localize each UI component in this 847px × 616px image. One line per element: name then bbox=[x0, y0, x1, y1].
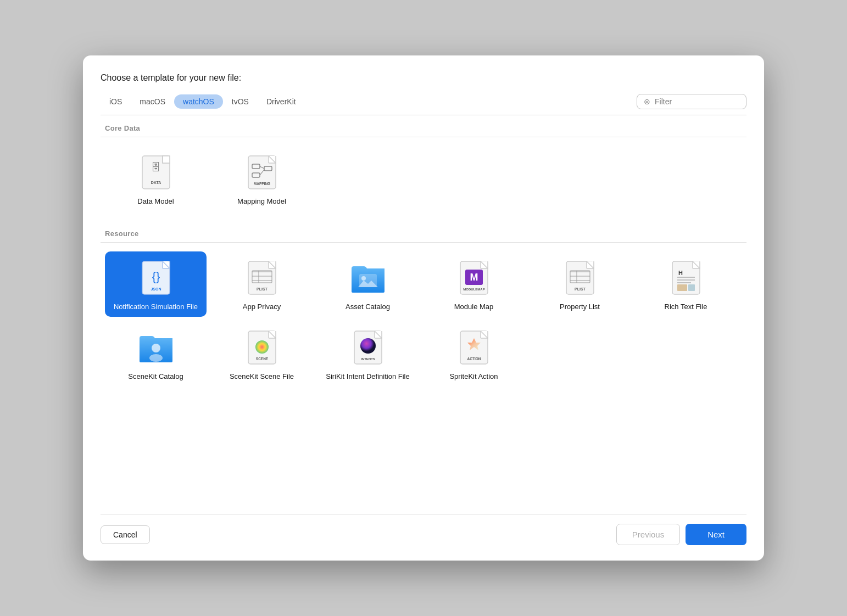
data-model-icon: 🗄 DATA bbox=[137, 154, 175, 191]
next-button[interactable]: Next bbox=[686, 524, 746, 545]
item-mapping-model[interactable]: MAPPING Mapping Model bbox=[211, 146, 313, 212]
item-notification-simulation-file[interactable]: {} JSON Notification Simulation File bbox=[105, 251, 207, 317]
core-data-grid: 🗄 DATA Data Model bbox=[101, 137, 746, 221]
dialog-title: Choose a template for your new file: bbox=[101, 73, 746, 83]
item-app-privacy[interactable]: PLIST App Privacy bbox=[211, 251, 313, 317]
sirikit-intent-label: SiriKit Intent Definition File bbox=[326, 372, 409, 382]
mapping-model-icon: MAPPING bbox=[243, 154, 281, 191]
item-scenekit-catalog[interactable]: SceneKit Catalog bbox=[105, 321, 207, 387]
filter-box[interactable]: ⊜ bbox=[637, 94, 746, 109]
mapping-model-label: Mapping Model bbox=[237, 197, 286, 206]
svg-text:M: M bbox=[470, 272, 478, 283]
item-module-map[interactable]: M MODULEMAP Module Map bbox=[423, 251, 525, 317]
filter-icon: ⊜ bbox=[644, 97, 650, 106]
svg-text:{}: {} bbox=[152, 270, 160, 283]
svg-text:SCENE: SCENE bbox=[255, 357, 268, 361]
property-list-label: Property List bbox=[560, 302, 600, 312]
svg-point-32 bbox=[361, 276, 366, 281]
app-privacy-label: App Privacy bbox=[243, 302, 281, 312]
svg-text:🗄: 🗄 bbox=[151, 162, 161, 173]
dialog-footer: Cancel Previous Next bbox=[101, 514, 746, 545]
svg-text:ACTION: ACTION bbox=[467, 357, 481, 361]
platform-tabs: iOS macOS watchOS tvOS DriverKit bbox=[101, 94, 305, 109]
scenekit-catalog-icon bbox=[137, 329, 175, 366]
item-asset-catalog[interactable]: Asset Catalog bbox=[317, 251, 419, 317]
svg-point-66 bbox=[255, 340, 269, 354]
tab-driverkit[interactable]: DriverKit bbox=[258, 94, 305, 109]
notification-simulation-label: Notification Simulation File bbox=[114, 302, 198, 312]
svg-text:JSON: JSON bbox=[151, 287, 161, 291]
tabs-bar: iOS macOS watchOS tvOS DriverKit ⊜ bbox=[101, 94, 746, 115]
previous-button[interactable]: Previous bbox=[616, 524, 680, 545]
tab-macos[interactable]: macOS bbox=[131, 94, 174, 109]
section-header-resource: Resource bbox=[101, 221, 746, 242]
template-dialog: Choose a template for your new file: iOS… bbox=[83, 55, 764, 561]
tab-ios[interactable]: iOS bbox=[101, 94, 131, 109]
item-property-list[interactable]: PLIST Property List bbox=[529, 251, 631, 317]
spritekit-action-label: SpriteKit Action bbox=[449, 372, 498, 382]
module-map-icon: M MODULEMAP bbox=[455, 259, 493, 296]
svg-text:PLIST: PLIST bbox=[575, 287, 586, 291]
svg-text:INTENTS: INTENTS bbox=[361, 357, 375, 361]
item-sirikit-intent[interactable]: INTENTS SiriKit Intent Definition File bbox=[317, 321, 419, 387]
item-spritekit-action[interactable]: ACTION SpriteKit Action bbox=[423, 321, 525, 387]
asset-catalog-label: Asset Catalog bbox=[346, 302, 390, 312]
item-scenekit-scene-file[interactable]: SCENE SceneKit Scene File bbox=[211, 321, 313, 387]
rich-text-label: Rich Text File bbox=[665, 302, 707, 312]
svg-text:H: H bbox=[678, 270, 683, 276]
content-area: Core Data 🗄 DATA Data Model bbox=[101, 115, 746, 503]
sirikit-intent-icon: INTENTS bbox=[349, 329, 387, 366]
spritekit-action-icon: ACTION bbox=[455, 329, 493, 366]
scenekit-catalog-label: SceneKit Catalog bbox=[128, 372, 183, 382]
module-map-label: Module Map bbox=[454, 302, 494, 312]
svg-point-60 bbox=[152, 344, 160, 352]
nav-buttons: Previous Next bbox=[616, 524, 746, 545]
app-privacy-icon: PLIST bbox=[243, 259, 281, 296]
scenekit-scene-icon: SCENE bbox=[243, 329, 281, 366]
data-model-label: Data Model bbox=[137, 197, 174, 206]
property-list-icon: PLIST bbox=[561, 259, 599, 296]
tab-tvos[interactable]: tvOS bbox=[223, 94, 258, 109]
resource-grid: {} JSON Notification Simulation File bbox=[101, 243, 746, 396]
svg-point-61 bbox=[149, 354, 163, 362]
notification-simulation-icon: {} JSON bbox=[137, 259, 175, 296]
item-rich-text-file[interactable]: H Rich Text File bbox=[635, 251, 737, 317]
filter-input[interactable] bbox=[655, 97, 739, 106]
section-header-core-data: Core Data bbox=[101, 115, 746, 137]
svg-rect-59 bbox=[688, 284, 695, 291]
rich-text-icon: H bbox=[667, 259, 705, 296]
svg-rect-2 bbox=[163, 156, 170, 163]
svg-point-72 bbox=[360, 338, 376, 354]
scenekit-scene-label: SceneKit Scene File bbox=[230, 372, 294, 382]
asset-catalog-icon bbox=[349, 259, 387, 296]
item-data-model[interactable]: 🗄 DATA Data Model bbox=[105, 146, 207, 212]
svg-rect-58 bbox=[677, 284, 687, 291]
svg-text:DATA: DATA bbox=[151, 181, 160, 184]
svg-text:MAPPING: MAPPING bbox=[253, 182, 270, 186]
cancel-button[interactable]: Cancel bbox=[101, 525, 150, 544]
tab-watchos[interactable]: watchOS bbox=[174, 94, 223, 109]
svg-text:PLIST: PLIST bbox=[257, 287, 268, 291]
svg-text:MODULEMAP: MODULEMAP bbox=[463, 288, 484, 291]
